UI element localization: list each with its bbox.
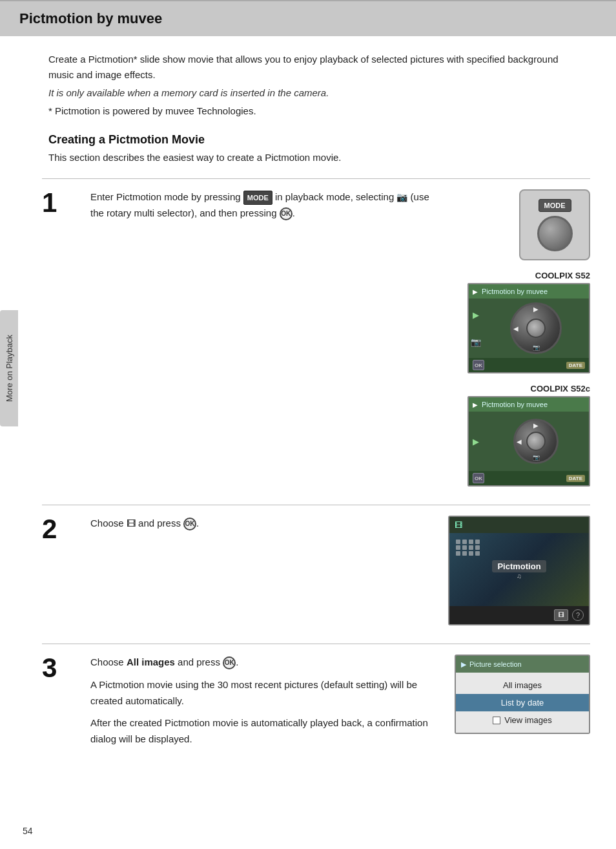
list-by-date-item: List by date: [456, 694, 589, 711]
s52c-r-bottom: 📷: [533, 454, 540, 461]
s52c-left-col: ▶: [469, 412, 483, 471]
step2-ok-badge: OK: [183, 518, 196, 530]
coolpix-s52c-screen: ▶ Pictmotion by muvee ▶ ▶ 📷: [467, 396, 590, 487]
step-3-text: Choose All images and press OK. A Pictmo…: [90, 655, 435, 748]
grid-dot: [456, 551, 460, 556]
screen-center: ▶ 📷 ◀: [483, 299, 589, 358]
step-1-text: Enter Pictmotion mode by pressing MODE i…: [90, 189, 435, 222]
s52c-ok-box: OK: [473, 473, 484, 483]
grid-dot: [469, 540, 473, 544]
main-content: Create a Pictmotion* slide show movie th…: [23, 52, 616, 791]
music-note: ♫: [492, 572, 546, 580]
step-3-number: 3: [42, 655, 77, 682]
grid-icon-area: [456, 540, 480, 556]
mode-badge: MODE: [243, 191, 272, 205]
grid-dot: [469, 545, 473, 550]
all-images-bold: All images: [127, 656, 175, 667]
grid-dot: [462, 545, 467, 550]
s52c-play-icon-left: ▶: [473, 437, 479, 446]
s52c-rotary: ▶ 📷 ◀: [513, 419, 559, 464]
mode-button-label: MODE: [539, 199, 571, 212]
s52c-rotary-icons: ▶ 📷 ◀: [515, 421, 557, 462]
page-header: Pictmotion by muvee: [0, 0, 616, 36]
grid-dot: [456, 545, 460, 550]
coolpix-s52-screen: ▶ Pictmotion by muvee ▶ 📷 ▶ 📷: [467, 283, 590, 373]
step2-main-area: Pictmotion ♫: [449, 533, 589, 606]
view-images-label: View images: [504, 715, 551, 725]
intro-section: Create a Pictmotion* slide show movie th…: [42, 52, 590, 119]
question-icon: ?: [572, 609, 584, 621]
step-3-row: 3 Choose All images and press OK. A Pict…: [42, 644, 590, 748]
step2-bottom-bar: 🎞 ?: [449, 606, 589, 624]
date-box: DATE: [566, 362, 585, 369]
step-2-text: Choose 🎞 and press OK.: [90, 516, 435, 532]
ok-box: OK: [473, 360, 484, 370]
camera-icon: 📷: [471, 337, 481, 347]
rotary-left: ◀: [513, 325, 518, 332]
coolpix-s52c-group: COOLPIX S52c ▶ Pictmotion by muvee ▶: [467, 384, 590, 487]
screen-body: ▶ 📷 ▶ 📷 ◀: [469, 299, 589, 358]
intro-line3: * Pictmotion is powered by muvee Technol…: [48, 103, 584, 119]
step3-screen: ▶ Picture selection All images List by d…: [455, 655, 590, 734]
screen-left-col: ▶ 📷: [469, 299, 483, 358]
play-icon: ▶: [473, 288, 478, 295]
s52c-title: Pictmotion by muvee: [482, 401, 548, 408]
playback-icon: ▶: [473, 310, 479, 320]
film-strip-icon: 🎞: [127, 516, 136, 531]
film-icon-box: 🎞: [554, 609, 568, 621]
grid-dot: [475, 545, 480, 550]
s52c-bottom-bar: OK DATE: [469, 471, 589, 485]
step-2-number: 2: [42, 516, 77, 543]
step-1-images: MODE COOLPIX S52 ▶ Pictmotion by muvee ▶…: [448, 189, 590, 487]
step2-top-bar: 🎞: [449, 517, 589, 533]
step3-screen-title: Picture selection: [469, 660, 522, 668]
pictmotion-text: Pictmotion: [492, 560, 546, 572]
view-images-checkbox: [493, 717, 500, 724]
coolpix-s52-label: COOLPIX S52: [467, 271, 590, 280]
s52c-play-icon: ▶: [473, 401, 478, 408]
page-title: Pictmotion by muvee: [19, 10, 597, 27]
step3-ok-badge: OK: [223, 656, 236, 669]
screen-bottom-bar: OK DATE: [469, 358, 589, 372]
step-2-row: 2 Choose 🎞 and press OK. 🎞: [42, 505, 590, 625]
s52c-screen-body: ▶ ▶ 📷 ◀: [469, 412, 589, 471]
step2-film-icon: 🎞: [455, 521, 462, 530]
all-images-item: All images: [456, 676, 589, 694]
step-3-sub1: A Pictmotion movie using the 30 most rec…: [90, 677, 435, 709]
coolpix-s52c-label: COOLPIX S52c: [467, 384, 590, 393]
rotary-icon: 📷: [396, 190, 407, 205]
intro-line1: Create a Pictmotion* slide show movie th…: [48, 52, 584, 83]
step-1-row: 1 Enter Pictmotion mode by pressing MODE…: [42, 178, 590, 487]
step-3-main-text: Choose All images and press OK.: [90, 655, 435, 671]
view-images-item: View images: [456, 711, 589, 729]
intro-line2: It is only available when a memory card …: [48, 85, 584, 101]
grid-dot: [462, 551, 467, 556]
s52c-date-box: DATE: [566, 475, 585, 482]
step2-screen: 🎞: [448, 516, 590, 625]
rotary-top: ▶: [533, 306, 539, 313]
grid-dot: [456, 540, 460, 544]
ok-badge: OK: [280, 207, 293, 220]
grid-dot: [475, 551, 480, 556]
step3-play-icon: ▶: [461, 660, 466, 669]
screen-title: Pictmotion by muvee: [482, 288, 548, 295]
s52c-r-top: ▶: [533, 422, 539, 429]
mode-circle-dial: [537, 216, 573, 251]
mode-button-image: MODE: [519, 189, 590, 260]
sidebar-label: More on Playback: [5, 335, 14, 402]
rotary-bottom: 📷: [533, 344, 540, 351]
page-number: 54: [23, 826, 33, 836]
s52c-center: ▶ 📷 ◀: [483, 412, 589, 471]
pictmotion-logo: Pictmotion ♫: [492, 560, 546, 580]
s52c-top-bar: ▶ Pictmotion by muvee: [469, 397, 589, 412]
step-1-number: 1: [42, 189, 77, 216]
grid-dot: [469, 551, 473, 556]
coolpix-s52-group: COOLPIX S52 ▶ Pictmotion by muvee ▶ 📷: [467, 271, 590, 373]
grid-dot: [462, 540, 467, 544]
screen-top-bar: ▶ Pictmotion by muvee: [469, 284, 589, 299]
step-2-image: 🎞: [448, 516, 590, 625]
step3-body: All images List by date View images: [456, 673, 589, 733]
step3-top-bar: ▶ Picture selection: [456, 656, 589, 673]
step-3-sub2: After the created Pictmotion movie is au…: [90, 715, 435, 748]
section-subtext: This section describes the easiest way t…: [42, 152, 590, 163]
